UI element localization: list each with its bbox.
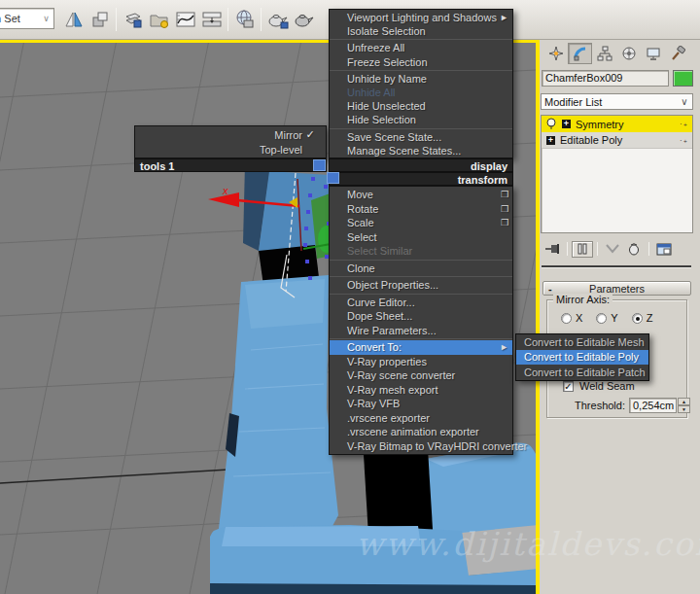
menu-item-vrscene-animation-exporter[interactable]: .vrscene animation exporter xyxy=(330,425,512,439)
render-button[interactable] xyxy=(291,7,317,33)
modifier-label: Symmetry xyxy=(576,119,624,130)
menu-item-rotate[interactable]: Rotate ❒ xyxy=(330,202,512,217)
quad-header-tools[interactable]: tools 1 xyxy=(134,158,327,172)
quad-header-display[interactable]: display xyxy=(329,158,513,172)
menu-item-convert-to[interactable]: Convert To: ► xyxy=(330,340,512,355)
menu-item-hide-selection[interactable]: Hide Selection xyxy=(330,113,512,126)
submenu-arrow-icon: ► xyxy=(497,342,508,352)
menu-item-manage-scene-states[interactable]: Manage Scene States... xyxy=(330,144,512,157)
scene-explorer-button[interactable] xyxy=(146,7,172,33)
tab-motion[interactable] xyxy=(616,43,641,64)
menu-item-vray-vfb[interactable]: V-Ray VFB xyxy=(330,397,512,411)
show-end-result-button[interactable] xyxy=(572,241,593,258)
tab-display[interactable] xyxy=(641,43,665,64)
menu-item-unhide-by-name[interactable]: Unhide by Name xyxy=(330,72,512,86)
menu-item-wire-parameters[interactable]: Wire Parameters... xyxy=(330,324,512,338)
tab-create[interactable] xyxy=(543,43,568,64)
panel-divider xyxy=(542,265,691,268)
threshold-input[interactable]: 0,254cm xyxy=(629,398,677,413)
quad-tools-menu: Mirror ✓ Top-level xyxy=(134,125,327,158)
threshold-spinner[interactable]: ▲ ▼ xyxy=(678,398,690,413)
expand-icon[interactable]: + xyxy=(562,120,571,128)
dropdown-arrow-icon[interactable]: ∨ xyxy=(39,14,53,23)
chevron-down-icon[interactable]: ∨ xyxy=(677,96,692,107)
menu-item-vray-bitmap-converter[interactable]: V-Ray Bitmap to VRayHDRI converter xyxy=(330,439,512,454)
tab-hierarchy[interactable] xyxy=(592,43,616,64)
radio-icon[interactable] xyxy=(632,313,643,324)
command-panel-tabs xyxy=(543,43,689,64)
mirror-tool-button[interactable] xyxy=(60,7,87,33)
menu-item-unhide-all[interactable]: Unhide All xyxy=(330,86,512,99)
settings-box-icon[interactable]: ❒ xyxy=(497,190,508,199)
menu-item-isolate-selection[interactable]: Isolate Selection xyxy=(330,24,512,38)
menu-item-hide-unselected[interactable]: Hide Unselected xyxy=(330,99,512,113)
modifier-list-label: Modifier List xyxy=(542,96,677,108)
radio-z[interactable]: Z xyxy=(632,312,653,324)
menu-separator xyxy=(330,260,512,261)
radio-y[interactable]: Y xyxy=(596,312,617,324)
tab-utilities[interactable] xyxy=(665,43,689,64)
command-panel: ChamferBox009 Modifier List ∨ + Symmetry… xyxy=(540,40,700,594)
menu-item-save-scene-state[interactable]: Save Scene State... xyxy=(330,130,512,144)
radio-icon[interactable] xyxy=(596,313,607,324)
menu-item-top-level[interactable]: Top-level xyxy=(135,142,326,157)
settings-box-icon[interactable]: ❒ xyxy=(497,204,508,214)
menu-item-convert-editable-mesh[interactable]: Convert to Editable Mesh xyxy=(516,334,648,350)
object-name-field[interactable]: ChamferBox009 xyxy=(542,70,669,87)
collapse-icon[interactable]: - xyxy=(548,282,552,296)
align-tool-button[interactable] xyxy=(87,7,113,33)
menu-item-object-properties[interactable]: Object Properties... xyxy=(330,278,512,293)
menu-item-move[interactable]: Move ❒ xyxy=(330,188,512,202)
layer-manager-button[interactable] xyxy=(120,7,146,33)
remove-modifier-button[interactable] xyxy=(623,241,645,258)
menu-separator xyxy=(330,70,512,71)
expand-icon[interactable]: + xyxy=(546,136,555,145)
menu-item-select[interactable]: Select xyxy=(330,230,512,245)
tab-modify[interactable] xyxy=(568,43,592,64)
menu-item-convert-editable-patch[interactable]: Convert to Editable Patch xyxy=(516,365,648,380)
quad-center-marker[interactable] xyxy=(327,172,339,184)
menu-item-vrscene-exporter[interactable]: .vrscene exporter xyxy=(330,411,512,426)
rendered-frame-button[interactable] xyxy=(264,7,291,33)
menu-item-freeze-selection[interactable]: Freeze Selection xyxy=(330,55,512,69)
modifier-stack-row-editable-poly[interactable]: + Editable Poly ·₊ xyxy=(542,132,692,149)
convert-to-submenu: Convert to Editable Mesh Convert to Edit… xyxy=(515,333,649,381)
menu-item-mirror[interactable]: Mirror ✓ xyxy=(135,127,326,142)
x-axis-label: x xyxy=(222,185,228,196)
modifier-list-dropdown[interactable]: Modifier List ∨ xyxy=(541,93,693,110)
menu-item-vray-mesh-export[interactable]: V-Ray mesh export xyxy=(330,383,512,398)
viewport-active-border-right xyxy=(536,40,540,594)
pin-stack-button[interactable] xyxy=(542,241,563,258)
radio-icon[interactable] xyxy=(561,313,572,324)
named-selection-set-combo[interactable]: on Set ∨ xyxy=(0,8,54,29)
menu-item-convert-editable-poly[interactable]: Convert to Editable Poly xyxy=(516,350,648,366)
menu-item-clone[interactable]: Clone xyxy=(330,262,512,276)
menu-item-scale[interactable]: Scale ❒ xyxy=(330,216,512,230)
lightbulb-icon[interactable] xyxy=(545,118,557,130)
radio-x[interactable]: X xyxy=(561,312,582,324)
object-color-swatch[interactable] xyxy=(673,70,693,87)
quad-header-transform[interactable]: transform xyxy=(329,172,513,186)
menu-item-dope-sheet[interactable]: Dope Sheet... xyxy=(330,309,512,324)
quad-center-marker[interactable] xyxy=(313,159,326,171)
threshold-row: Threshold: 0,254cm ▲ ▼ xyxy=(555,398,690,413)
settings-box-icon[interactable]: ❒ xyxy=(497,218,508,227)
weld-seam-label: Weld Seam xyxy=(579,380,635,392)
spinner-up-icon[interactable]: ▲ xyxy=(678,398,690,405)
schematic-view-button[interactable] xyxy=(198,7,225,33)
make-unique-button[interactable] xyxy=(602,241,623,258)
render-setup-button[interactable] xyxy=(231,7,258,33)
weld-seam-row: ✓ Weld Seam xyxy=(563,380,635,392)
curve-editor-button[interactable] xyxy=(172,7,198,33)
menu-separator xyxy=(330,128,512,129)
menu-item-vray-scene-converter[interactable]: V-Ray scene converter xyxy=(330,368,512,383)
menu-item-curve-editor[interactable]: Curve Editor... xyxy=(330,296,512,310)
weld-seam-checkbox[interactable]: ✓ xyxy=(563,381,574,392)
menu-separator xyxy=(330,39,512,40)
menu-item-vray-properties[interactable]: V-Ray properties xyxy=(330,355,512,369)
menu-item-viewport-lighting[interactable]: Viewport Lighting and Shadows ► xyxy=(330,11,512,24)
modifier-stack-row-symmetry[interactable]: + Symmetry ·₊ xyxy=(542,116,692,132)
menu-item-unfreeze-all[interactable]: Unfreeze All xyxy=(330,41,512,54)
spinner-down-icon[interactable]: ▼ xyxy=(678,405,690,413)
configure-modifier-sets-button[interactable] xyxy=(653,241,675,258)
